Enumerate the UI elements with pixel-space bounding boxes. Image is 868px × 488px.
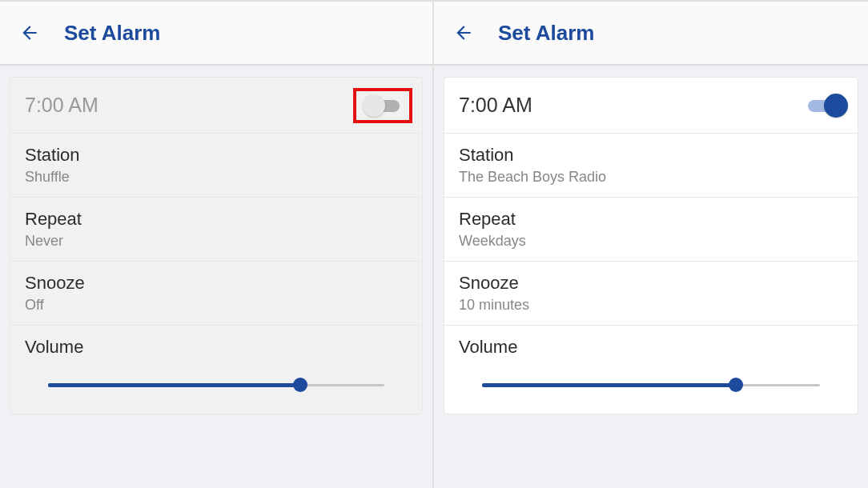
slider-thumb[interactable] — [729, 378, 743, 392]
repeat-value: Weekdays — [459, 233, 843, 250]
arrow-back-icon — [453, 22, 474, 43]
alarm-screen-right: Set Alarm 7:00 AM Station The Beach Boys… — [434, 2, 868, 488]
station-value: The Beach Boys Radio — [459, 169, 843, 186]
page-title: Set Alarm — [498, 21, 594, 46]
snooze-value: 10 minutes — [459, 297, 843, 314]
toggle-thumb — [824, 94, 848, 118]
highlight-box — [353, 88, 412, 123]
alarm-toggle[interactable] — [364, 98, 403, 114]
station-row[interactable]: Station The Beach Boys Radio — [444, 134, 858, 198]
app-bar: Set Alarm — [0, 2, 432, 66]
alarm-card: 7:00 AM Station The Beach Boys Radio Rep… — [444, 77, 858, 414]
snooze-label: Snooze — [25, 273, 408, 294]
volume-row: Volume — [444, 326, 858, 414]
station-label: Station — [25, 145, 408, 166]
back-button[interactable] — [18, 21, 42, 45]
arrow-back-icon — [19, 22, 40, 43]
station-row[interactable]: Station Shuffle — [10, 134, 422, 198]
alarm-time: 7:00 AM — [25, 94, 98, 117]
alarm-screen-left: Set Alarm 7:00 AM Station Shuffle Repeat… — [0, 2, 434, 488]
time-row[interactable]: 7:00 AM — [444, 78, 858, 134]
repeat-row[interactable]: Repeat Weekdays — [444, 198, 858, 262]
toggle-thumb — [363, 94, 385, 117]
volume-label: Volume — [459, 337, 843, 358]
back-button[interactable] — [452, 21, 476, 45]
volume-row: Volume — [10, 326, 422, 414]
alarm-card: 7:00 AM Station Shuffle Repeat Never Sno… — [10, 77, 423, 414]
snooze-label: Snooze — [459, 273, 843, 294]
slider-fill — [482, 383, 736, 387]
alarm-time: 7:00 AM — [459, 94, 532, 117]
snooze-value: Off — [25, 297, 408, 314]
station-label: Station — [459, 145, 843, 166]
volume-label: Volume — [25, 337, 408, 358]
station-value: Shuffle — [25, 169, 408, 186]
app-bar: Set Alarm — [434, 2, 868, 66]
repeat-value: Never — [25, 233, 408, 250]
snooze-row[interactable]: Snooze 10 minutes — [444, 262, 858, 326]
alarm-toggle[interactable] — [805, 98, 843, 114]
repeat-label: Repeat — [25, 209, 408, 230]
volume-slider[interactable] — [48, 377, 385, 393]
slider-thumb[interactable] — [293, 378, 307, 392]
repeat-row[interactable]: Repeat Never — [10, 198, 422, 262]
snooze-row[interactable]: Snooze Off — [10, 262, 422, 326]
repeat-label: Repeat — [459, 209, 843, 230]
volume-slider[interactable] — [482, 377, 820, 393]
slider-fill — [48, 383, 300, 387]
time-row[interactable]: 7:00 AM — [10, 78, 422, 134]
page-title: Set Alarm — [64, 21, 160, 46]
